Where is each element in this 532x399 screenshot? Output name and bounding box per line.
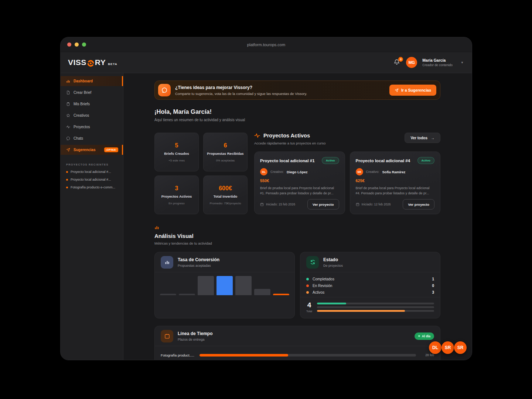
bar-chart-icon xyxy=(154,225,159,231)
project-start-date: Iniciado: 15 feb 2026 xyxy=(260,202,295,206)
estado-card: Estado De proyectos Completados 1 xyxy=(300,252,440,318)
card-subtitle: Propuestas aceptadas xyxy=(178,264,219,267)
arrow-right-icon: → xyxy=(431,136,434,140)
floating-avatar[interactable]: DL xyxy=(429,341,441,354)
recent-project-item[interactable]: Proyecto local adicional #... xyxy=(61,170,123,174)
recent-project-item[interactable]: Fotografía producto e-comm... xyxy=(61,185,123,189)
beta-tag: BETA xyxy=(108,62,117,66)
view-project-button[interactable]: Ver proyecto xyxy=(307,199,339,209)
user-avatar[interactable]: MG xyxy=(406,57,417,68)
section-title: Análisis Visual xyxy=(154,233,440,239)
chevron-down-icon[interactable]: ▼ xyxy=(461,61,464,64)
close-window-button[interactable] xyxy=(67,42,71,47)
floating-avatar[interactable]: SR xyxy=(441,341,454,354)
star-icon xyxy=(66,113,70,117)
bullet-icon xyxy=(66,187,68,188)
project-start-date: Iniciado: 12 feb 2026 xyxy=(356,202,391,206)
on-track-badge: Al día xyxy=(415,332,434,340)
recent-project-label: Proyecto local adicional #... xyxy=(71,178,111,181)
sidebar-item-chats[interactable]: Chats xyxy=(61,133,123,143)
project-description: Brief de prueba local para Proyecto loca… xyxy=(260,186,339,196)
recent-project-item[interactable]: Proyecto local adicional #... xyxy=(61,178,123,181)
project-card-1[interactable]: Proyecto local adicional #1 Activo DL Cr… xyxy=(254,151,345,214)
pulse-icon xyxy=(254,133,260,139)
progress-bar xyxy=(317,303,434,304)
maximize-window-button[interactable] xyxy=(82,42,86,47)
notification-count-badge: 3 xyxy=(398,57,403,62)
project-title: Proyecto local adicional #1 xyxy=(260,158,315,163)
stat-label: Total Invertido xyxy=(214,194,238,198)
chart-bar xyxy=(254,289,270,295)
logo-text-post: RY xyxy=(95,58,106,67)
sidebar-item-crear-brief[interactable]: Crear Brief xyxy=(61,88,123,98)
stat-sub: En progreso xyxy=(168,202,185,205)
vissory-logo[interactable]: VISS RY BETA xyxy=(68,58,117,67)
bullet-icon xyxy=(66,179,68,181)
total-label: Total xyxy=(306,310,312,313)
go-to-suggestions-button[interactable]: Ir a Sugerencias xyxy=(389,85,436,96)
progress-bar xyxy=(317,310,434,312)
progress-bar xyxy=(200,354,416,357)
card-title: Estado xyxy=(323,257,343,262)
view-project-button[interactable]: Ver proyecto xyxy=(403,199,434,209)
chart-icon xyxy=(161,256,173,269)
card-title: Línea de Tiempo xyxy=(178,331,212,336)
chart-bar xyxy=(198,276,214,295)
section-subtitle: Accede rápidamente a tus proyectos en cu… xyxy=(254,141,325,145)
section-title: Proyectos Activos xyxy=(263,133,310,139)
recent-project-label: Fotografía producto e-comm... xyxy=(71,185,115,189)
user-role: Creador de contenido xyxy=(422,63,453,67)
sidebar-item-mis-briefs[interactable]: Mis Briefs xyxy=(61,99,123,109)
project-card-2[interactable]: Proyecto local adicional #4 Activo SR Cr… xyxy=(350,151,441,214)
estado-legend: Completados 1 En Revisión 0 Activos xyxy=(300,272,440,297)
conversion-bar-chart xyxy=(155,272,294,295)
stat-sub: +5 este mes xyxy=(168,159,185,162)
creator-label: Creativo: xyxy=(366,170,379,174)
status-badge: Activo xyxy=(417,157,434,164)
view-all-projects-button[interactable]: Ver todos → xyxy=(405,133,440,143)
stat-card-propuestas[interactable]: 6 Propuestas Recibidas 0% aceptadas xyxy=(203,133,248,171)
stat-label: Proyectos Activos xyxy=(161,194,192,198)
sidebar-item-sugerencias[interactable]: Sugerencias ¡OPINA! xyxy=(61,145,123,155)
status-badge: Activo xyxy=(322,157,339,164)
estado-total: 4 Total xyxy=(300,297,440,313)
active-projects-section: Proyectos Activos Accede rápidamente a t… xyxy=(254,133,440,214)
stat-card-proyectos[interactable]: 3 Proyectos Activos En progreso xyxy=(154,175,199,214)
stat-card-invertido[interactable]: 600€ Total Invertido Promedio: 75€/proye… xyxy=(203,175,248,214)
banner-subtitle: Comparte tu sugerencia, vota las de la c… xyxy=(175,92,307,96)
recent-projects-heading: PROYECTOS RECIENTES xyxy=(66,163,123,166)
creator-name: Diego López xyxy=(287,170,307,174)
stat-value: 5 xyxy=(175,142,178,149)
minimize-window-button[interactable] xyxy=(75,42,79,47)
sidebar-item-label: Dashboard xyxy=(74,79,93,83)
stat-label: Propuestas Recibidas xyxy=(207,151,243,156)
stat-card-briefs[interactable]: 5 Briefs Creados +5 este mes xyxy=(154,133,199,171)
recent-project-label: Proyecto local adicional #... xyxy=(71,170,111,174)
sidebar-item-proyectos[interactable]: Proyectos xyxy=(61,122,123,132)
url-bar[interactable]: platform.tourops.com xyxy=(247,42,285,47)
creator-avatar: SR xyxy=(356,168,363,175)
notifications-button[interactable]: 3 xyxy=(393,59,401,66)
activity-icon xyxy=(66,125,70,129)
chart-bar xyxy=(179,294,195,295)
page: platform.tourops.com VISS RY BETA xyxy=(0,0,532,399)
document-icon xyxy=(66,91,70,95)
progress-bar xyxy=(317,306,434,308)
bar-chart-icon xyxy=(66,79,70,83)
sidebar-item-label: Proyectos xyxy=(74,125,90,129)
sidebar-item-label: Creativos xyxy=(74,113,89,117)
project-title: Proyecto local adicional #4 xyxy=(356,158,410,163)
card-subtitle: Plazos de entrega xyxy=(178,338,212,341)
sidebar-item-creativos[interactable]: Creativos xyxy=(61,110,123,120)
floating-avatar[interactable]: SR xyxy=(454,341,467,354)
timeline-row: Fotografía product..... 28 feb xyxy=(161,350,434,360)
sidebar-item-dashboard[interactable]: Dashboard xyxy=(61,76,123,86)
chart-bar xyxy=(273,294,289,295)
user-meta[interactable]: María García Creador de contenido xyxy=(422,58,453,67)
refresh-icon xyxy=(306,256,319,269)
logo-eye-icon xyxy=(87,59,95,67)
conversion-chart-card: Tasa de Conversión Propuestas aceptadas xyxy=(154,252,295,318)
stats-grid: 5 Briefs Creados +5 este mes 6 Propuesta… xyxy=(154,133,248,214)
estado-row-completados: Completados 1 xyxy=(306,276,434,282)
stat-sub: Promedio: 75€/proyecto xyxy=(210,202,241,205)
